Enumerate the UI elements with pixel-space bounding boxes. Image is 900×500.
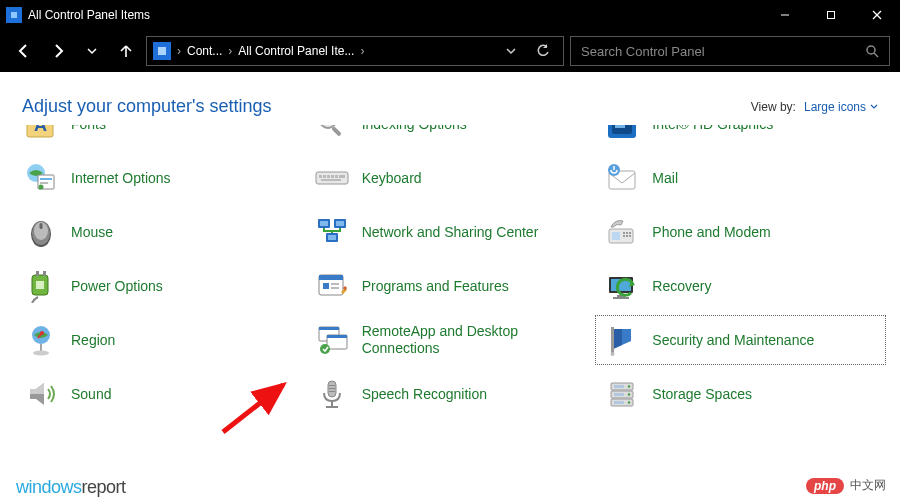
svg-rect-43 — [328, 235, 336, 240]
breadcrumb-current[interactable]: All Control Panel Ite... — [238, 44, 354, 58]
svg-rect-31 — [321, 179, 341, 181]
content-area: A Fonts Indexing Options Intel® HD Graph… — [0, 125, 900, 500]
storage-spaces-icon — [604, 376, 640, 412]
svg-rect-37 — [40, 223, 43, 229]
cp-item-fonts[interactable]: A Fonts — [14, 125, 305, 149]
svg-rect-21 — [40, 178, 52, 180]
cp-item-phone-modem[interactable]: Phone and Modem — [595, 207, 886, 257]
svg-rect-25 — [319, 175, 322, 178]
cp-item-mail[interactable]: Mail — [595, 153, 886, 203]
page-header: Adjust your computer's settings View by:… — [0, 72, 900, 125]
chevron-down-icon — [870, 103, 878, 111]
cp-item-network-sharing[interactable]: Network and Sharing Center — [305, 207, 596, 257]
up-button[interactable] — [112, 37, 140, 65]
svg-rect-88 — [614, 385, 624, 388]
search-input[interactable]: Search Control Panel — [570, 36, 890, 66]
power-options-icon — [23, 268, 59, 304]
svg-rect-14 — [331, 126, 342, 137]
address-bar[interactable]: › Cont... › All Control Panel Ite... › — [146, 36, 564, 66]
cp-item-label: Speech Recognition — [362, 386, 487, 403]
cp-item-indexing-options[interactable]: Indexing Options — [305, 125, 596, 149]
svg-rect-65 — [613, 297, 629, 299]
cp-item-label: Intel® HD Graphics — [652, 125, 773, 132]
php-badge: php — [806, 478, 844, 494]
speech-recognition-icon — [314, 376, 350, 412]
svg-rect-1 — [11, 12, 17, 18]
svg-point-73 — [320, 344, 330, 354]
recovery-icon — [604, 268, 640, 304]
programs-features-icon — [314, 268, 350, 304]
indexing-icon — [314, 125, 350, 142]
cp-item-intel-hd-graphics[interactable]: Intel® HD Graphics — [595, 125, 886, 149]
svg-point-8 — [867, 46, 875, 54]
cp-item-sound[interactable]: Sound — [14, 369, 305, 419]
svg-rect-53 — [36, 271, 39, 276]
svg-line-9 — [874, 53, 878, 57]
svg-rect-29 — [335, 175, 338, 178]
cp-item-security-maintenance[interactable]: Security and Maintenance — [595, 315, 886, 365]
svg-rect-74 — [611, 327, 614, 353]
maximize-button[interactable] — [808, 0, 854, 30]
svg-rect-78 — [329, 388, 335, 389]
svg-point-68 — [40, 331, 44, 335]
svg-point-87 — [628, 401, 631, 404]
breadcrumb-sep-icon: › — [358, 44, 366, 58]
svg-rect-3 — [828, 12, 835, 19]
cp-item-internet-options[interactable]: Internet Options — [14, 153, 305, 203]
cp-item-label: Mail — [652, 170, 678, 187]
refresh-button[interactable] — [529, 37, 557, 65]
forward-button[interactable] — [44, 37, 72, 65]
svg-rect-46 — [623, 232, 625, 234]
cp-item-label: Sound — [71, 386, 111, 403]
cp-item-label: Network and Sharing Center — [362, 224, 539, 241]
svg-rect-7 — [158, 47, 166, 55]
recent-locations-button[interactable] — [78, 37, 106, 65]
minimize-button[interactable] — [762, 0, 808, 30]
svg-text:A: A — [34, 125, 47, 135]
svg-point-85 — [628, 385, 631, 388]
fonts-icon: A — [23, 125, 59, 142]
view-by-dropdown[interactable]: Large icons — [804, 100, 878, 114]
svg-point-86 — [628, 393, 631, 396]
svg-rect-58 — [323, 283, 329, 289]
address-history-button[interactable] — [497, 37, 525, 65]
cp-item-recovery[interactable]: Recovery — [595, 261, 886, 311]
cp-item-power-options[interactable]: Power Options — [14, 261, 305, 311]
navbar: › Cont... › All Control Panel Ite... › S… — [0, 30, 900, 72]
svg-rect-89 — [614, 393, 624, 396]
svg-rect-72 — [327, 335, 347, 338]
cp-item-keyboard[interactable]: Keyboard — [305, 153, 596, 203]
security-maintenance-icon — [604, 322, 640, 358]
cp-item-remoteapp[interactable]: RemoteApp and Desktop Connections — [305, 315, 596, 365]
svg-rect-49 — [623, 235, 625, 237]
svg-rect-27 — [327, 175, 330, 178]
svg-point-23 — [39, 185, 44, 190]
cp-item-label: Recovery — [652, 278, 711, 295]
cp-item-mouse[interactable]: Mouse — [14, 207, 305, 257]
page-title: Adjust your computer's settings — [22, 96, 751, 117]
cp-item-storage-spaces[interactable]: Storage Spaces — [595, 369, 886, 419]
cp-item-label: Phone and Modem — [652, 224, 770, 241]
svg-rect-55 — [36, 281, 44, 289]
svg-rect-30 — [339, 175, 345, 178]
svg-point-75 — [611, 352, 615, 356]
breadcrumb-root[interactable]: Cont... — [187, 44, 222, 58]
svg-rect-70 — [319, 327, 339, 330]
back-button[interactable] — [10, 37, 38, 65]
phone-modem-icon — [604, 214, 640, 250]
svg-rect-47 — [626, 232, 628, 234]
cp-item-programs-features[interactable]: Programs and Features — [305, 261, 596, 311]
cp-item-label: Mouse — [71, 224, 113, 241]
cp-item-region[interactable]: Region — [14, 315, 305, 365]
close-button[interactable] — [854, 0, 900, 30]
svg-rect-59 — [331, 283, 339, 285]
cp-item-speech-recognition[interactable]: Speech Recognition — [305, 369, 596, 419]
svg-rect-79 — [329, 391, 335, 392]
view-by-control: View by: Large icons — [751, 100, 878, 114]
svg-rect-26 — [323, 175, 326, 178]
cp-item-label: Storage Spaces — [652, 386, 752, 403]
search-icon — [865, 44, 879, 58]
svg-rect-39 — [320, 221, 328, 226]
internet-options-icon — [23, 160, 59, 196]
search-placeholder: Search Control Panel — [581, 44, 865, 59]
